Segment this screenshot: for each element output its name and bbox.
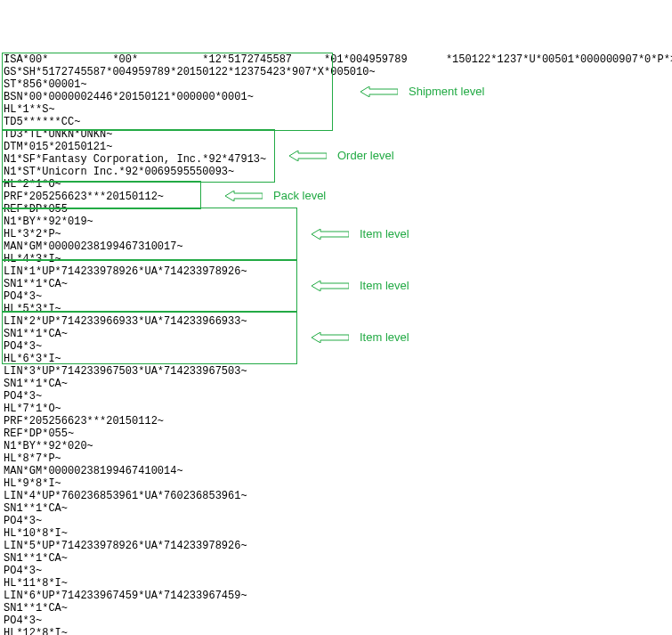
edi-line: HL*3*2*P~ <box>4 228 672 240</box>
edi-line: ISA*00* *00* *12*5172745587 *01*00495978… <box>4 53 672 66</box>
edi-line: SN1**1*CA~ <box>4 502 672 515</box>
edi-line: HL*1**S~ <box>4 103 672 116</box>
edi-line: HL*2*1*O~ <box>4 178 672 191</box>
edi-line: LIN*4*UP*760236853961*UA*760236853961~ <box>4 490 672 502</box>
edi-line: HL*8*7*P~ <box>4 452 672 465</box>
edi-line: BSN*00*0000002446*20150121*000000*0001~ <box>4 91 672 103</box>
edi-line: MAN*GM*00000238199467310017~ <box>4 240 672 253</box>
edi-line: HL*9*8*I~ <box>4 477 672 490</box>
edi-line: N1*BY**92*020~ <box>4 440 672 452</box>
edi-line: PO4*3~ <box>4 565 672 577</box>
edi-line: N1*SF*Fantasy Corporation, Inc.*92*47913… <box>4 153 672 166</box>
edi-line: SN1**1*CA~ <box>4 552 672 565</box>
edi-line: GS*SH*5172745587*004959789*20150122*1237… <box>4 66 672 78</box>
edi-line: REF*DP*055~ <box>4 203 672 216</box>
edi-line: LIN*6*UP*714233967459*UA*714233967459~ <box>4 590 672 602</box>
edi-line: PO4*3~ <box>4 290 672 303</box>
edi-line: PO4*3~ <box>4 390 672 403</box>
edi-line: HL*10*8*I~ <box>4 527 672 540</box>
edi-line: LIN*3*UP*714233967503*UA*714233967503~ <box>4 365 672 378</box>
edi-line: ST*856*00001~ <box>4 78 672 91</box>
edi-line: SN1**1*CA~ <box>4 378 672 390</box>
edi-line: SN1**1*CA~ <box>4 602 672 615</box>
edi-line: PO4*3~ <box>4 615 672 627</box>
edi-line: HL*12*8*I~ <box>4 627 672 635</box>
edi-line: LIN*5*UP*714233978926*UA*714233978926~ <box>4 540 672 552</box>
edi-line: PO4*3~ <box>4 340 672 353</box>
edi-line: HL*4*3*I~ <box>4 253 672 265</box>
edi-line: TD3*TL*UNKN*UNKN~ <box>4 128 672 141</box>
edi-line: PO4*3~ <box>4 515 672 527</box>
edi-line: LIN*2*UP*714233966933*UA*714233966933~ <box>4 315 672 328</box>
edi-line: HL*7*1*O~ <box>4 403 672 415</box>
edi-line: SN1**1*CA~ <box>4 328 672 340</box>
edi-line: N1*ST*Unicorn Inc.*92*0069595550093~ <box>4 166 672 178</box>
edi-line: SN1**1*CA~ <box>4 278 672 290</box>
edi-line: LIN*1*UP*714233978926*UA*714233978926~ <box>4 265 672 278</box>
edi-line: PRF*205256623***20150112~ <box>4 415 672 427</box>
edi-content: ISA*00* *00* *12*5172745587 *01*00495978… <box>4 53 672 635</box>
edi-line: DTM*015*20150121~ <box>4 141 672 153</box>
edi-line: HL*5*3*I~ <box>4 303 672 315</box>
edi-line: PRF*205256623***20150112~ <box>4 191 672 203</box>
edi-line: TD5******CC~ <box>4 116 672 128</box>
edi-line: REF*DP*055~ <box>4 427 672 440</box>
edi-line: N1*BY**92*019~ <box>4 216 672 228</box>
edi-line: MAN*GM*00000238199467410014~ <box>4 465 672 477</box>
edi-line: HL*11*8*I~ <box>4 577 672 590</box>
edi-line: HL*6*3*I~ <box>4 353 672 365</box>
